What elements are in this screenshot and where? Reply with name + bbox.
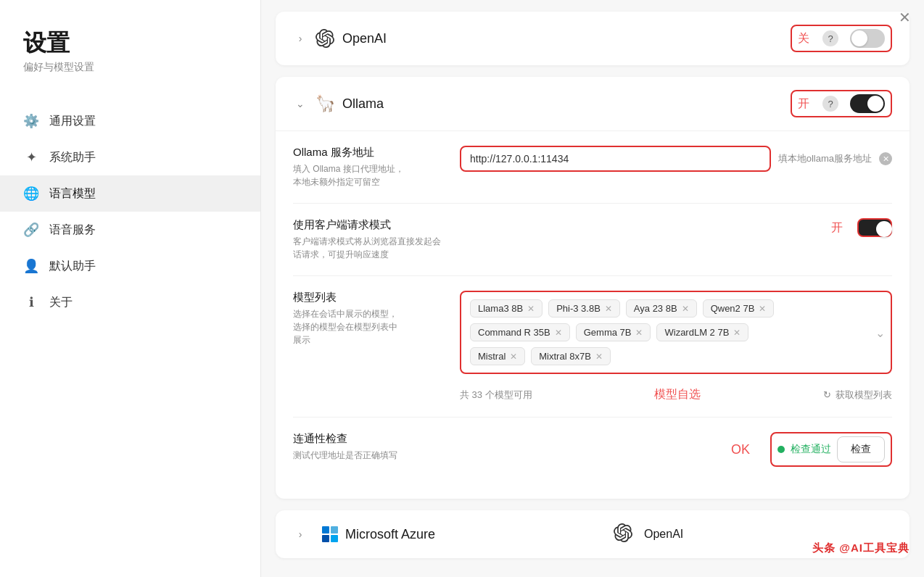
openai-help-badge[interactable]: ? [822, 30, 838, 46]
model-list-desc: 选择在会话中展示的模型， 选择的模型会在模型列表中 展示 [293, 307, 445, 346]
ollama-header[interactable]: ⌄ 🦙 Ollama 开 ? [276, 77, 909, 131]
sidebar-nav: ⚙️ 通用设置 ✦ 系统助手 🌐 语言模型 🔗 语音服务 👤 默认助手 ℹ 关 [0, 97, 260, 577]
refresh-models-label: 获取模型列表 [836, 389, 892, 402]
model-list-control: Llama3 8B ✕ Phi-3 3.8B ✕ Aya 23 8B ✕ Qwe… [460, 291, 892, 402]
ollama-controls: 开 ? [791, 90, 892, 117]
general-icon: ⚙️ [23, 113, 39, 129]
sidebar-item-general-label: 通用设置 [49, 114, 96, 129]
sidebar-item-default-assistant[interactable]: 👤 默认助手 [0, 248, 260, 284]
model-tag-aya23-close[interactable]: ✕ [682, 304, 689, 314]
openai-chevron-icon: › [293, 31, 308, 46]
url-clear-button[interactable]: ✕ [879, 152, 892, 165]
ollama-help-badge[interactable]: ? [822, 96, 838, 112]
azure-openai-name: OpenAI [644, 528, 892, 541]
model-list-row: 模型列表 选择在会话中展示的模型， 选择的模型会在模型列表中 展示 Llama3… [293, 276, 892, 418]
model-list-title: 模型列表 [293, 291, 445, 304]
model-tags-container[interactable]: Llama3 8B ✕ Phi-3 3.8B ✕ Aya 23 8B ✕ Qwe… [460, 291, 892, 374]
client-mode-title: 使用客户端请求模式 [293, 218, 445, 232]
custom-select-label: 模型自选 [654, 387, 701, 402]
service-address-title: Ollama 服务地址 [293, 146, 445, 159]
client-mode-desc: 客户端请求模式将从浏览器直接发起会话请求，可提升响应速度 [293, 235, 445, 261]
ollama-toggle[interactable] [850, 94, 885, 113]
azure-openai-header[interactable]: › Microsoft Azure OpenAI [276, 510, 909, 558]
assistant-icon: ✦ [23, 149, 39, 165]
openai-header[interactable]: › OpenAI 关 ? [276, 12, 909, 65]
sidebar-item-default-assistant-label: 默认助手 [49, 259, 96, 274]
client-mode-control: 开 [460, 218, 892, 237]
check-result: 检查通过 [777, 443, 831, 456]
sidebar-item-voice-service-label: 语音服务 [49, 223, 96, 238]
model-list-info: 模型列表 选择在会话中展示的模型， 选择的模型会在模型列表中 展示 [293, 291, 445, 346]
ollama-toggle-knob [867, 96, 883, 112]
model-tag-qwen2-close[interactable]: ✕ [759, 304, 766, 314]
ollama-toggle-label: 开 [798, 96, 809, 112]
client-mode-info: 使用客户端请求模式 客户端请求模式将从浏览器直接发起会话请求，可提升响应速度 [293, 218, 445, 261]
model-tag-qwen2-7b: Qwen2 7B ✕ [703, 299, 775, 317]
model-tag-row-2: Command R 35B ✕ Gemma 7B ✕ WizardLM 2 7B… [470, 323, 882, 341]
openai-name: OpenAI [342, 31, 791, 46]
default-assistant-icon: 👤 [23, 258, 39, 274]
openai-logo [315, 28, 335, 49]
model-tag-commandr-close[interactable]: ✕ [555, 328, 562, 338]
model-tag-wizardlm2-7b: WizardLM 2 7B ✕ [656, 323, 748, 341]
model-tag-aya23-8b: Aya 23 8B ✕ [626, 299, 697, 317]
client-mode-toggle[interactable] [857, 218, 892, 237]
ollama-body: Ollama 服务地址 填入 Ollama 接口代理地址， 本地未额外指定可留空… [276, 131, 909, 499]
azure-chevron-icon: › [293, 527, 308, 541]
service-address-control: 填本地ollama服务地址 ✕ [460, 146, 892, 172]
check-button[interactable]: 检查 [837, 436, 885, 462]
refresh-models-button[interactable]: ↻ 获取模型列表 [823, 389, 892, 402]
model-tag-phi3-close[interactable]: ✕ [605, 304, 612, 314]
openai-toggle-label: 关 [798, 31, 809, 46]
sidebar-item-assistant[interactable]: ✦ 系统助手 [0, 139, 260, 175]
sidebar-item-language-model-label: 语言模型 [49, 186, 96, 202]
service-address-info: Ollama 服务地址 填入 Ollama 接口代理地址， 本地未额外指定可留空 [293, 146, 445, 188]
url-input[interactable] [470, 153, 761, 165]
openai-controls: 关 ? [791, 25, 892, 52]
sidebar-item-language-model[interactable]: 🌐 语言模型 [0, 175, 260, 212]
about-icon: ℹ [23, 294, 39, 310]
model-tag-mistral-close[interactable]: ✕ [510, 352, 517, 362]
sidebar-title: 设置 [23, 29, 237, 57]
connectivity-desc: 测试代理地址是否正确填写 [293, 449, 445, 462]
model-tag-wizardlm-close[interactable]: ✕ [733, 328, 741, 338]
connectivity-result-wrapper: 检查通过 检查 [770, 432, 892, 467]
sidebar-item-about[interactable]: ℹ 关于 [0, 284, 260, 320]
sidebar-header: 设置 偏好与模型设置 [0, 29, 260, 97]
model-tag-row-1: Llama3 8B ✕ Phi-3 3.8B ✕ Aya 23 8B ✕ Qwe… [470, 299, 882, 317]
ollama-section: ⌄ 🦙 Ollama 开 ? Ollama 服务地址 [276, 77, 909, 499]
tags-chevron-icon: ⌄ [875, 325, 885, 339]
sidebar-item-assistant-label: 系统助手 [49, 150, 96, 165]
model-tag-llama3-8b: Llama3 8B ✕ [470, 299, 543, 317]
azure-openai-divider [614, 523, 632, 545]
openai-section: › OpenAI 关 ? [276, 12, 909, 65]
language-model-icon: 🌐 [23, 186, 39, 202]
close-button[interactable]: ✕ [899, 9, 911, 26]
refresh-icon: ↻ [823, 389, 831, 400]
client-mode-toggle-label: 开 [831, 220, 843, 236]
connectivity-control: OK 检查通过 检查 [460, 432, 892, 467]
ollama-chevron-icon: ⌄ [293, 96, 308, 111]
ok-label: OK [731, 442, 750, 457]
sidebar-item-general[interactable]: ⚙️ 通用设置 [0, 103, 260, 139]
model-tags-rows: Llama3 8B ✕ Phi-3 3.8B ✕ Aya 23 8B ✕ Qwe… [470, 299, 882, 365]
model-tag-llama3-8b-close[interactable]: ✕ [527, 304, 535, 314]
model-tag-mistral: Mistral ✕ [470, 347, 525, 365]
service-address-row: Ollama 服务地址 填入 Ollama 接口代理地址， 本地未额外指定可留空… [293, 131, 892, 204]
sidebar: 设置 偏好与模型设置 ⚙️ 通用设置 ✦ 系统助手 🌐 语言模型 🔗 语音服务 … [0, 0, 261, 577]
openai-toggle[interactable] [850, 29, 885, 48]
models-footer: 共 33 个模型可用 模型自选 ↻ 获取模型列表 [460, 381, 892, 402]
model-tag-phi3-3.8b: Phi-3 3.8B ✕ [548, 299, 620, 317]
voice-service-icon: 🔗 [23, 222, 39, 238]
model-tag-gemma-close[interactable]: ✕ [635, 328, 643, 338]
sidebar-subtitle: 偏好与模型设置 [23, 61, 237, 74]
connectivity-row: 连通性检查 测试代理地址是否正确填写 OK 检查通过 检查 [293, 418, 892, 481]
openai-toggle-knob [851, 30, 867, 46]
model-tag-gemma7b: Gemma 7B ✕ [576, 323, 651, 341]
client-mode-toggle-knob [876, 221, 892, 237]
sidebar-item-voice-service[interactable]: 🔗 语音服务 [0, 212, 260, 248]
models-count: 共 33 个模型可用 [460, 389, 532, 402]
service-address-desc: 填入 Ollama 接口代理地址， 本地未额外指定可留空 [293, 162, 445, 188]
main-content: ✕ › OpenAI 关 ? [261, 0, 924, 577]
model-tag-mixtral-close[interactable]: ✕ [595, 352, 603, 362]
